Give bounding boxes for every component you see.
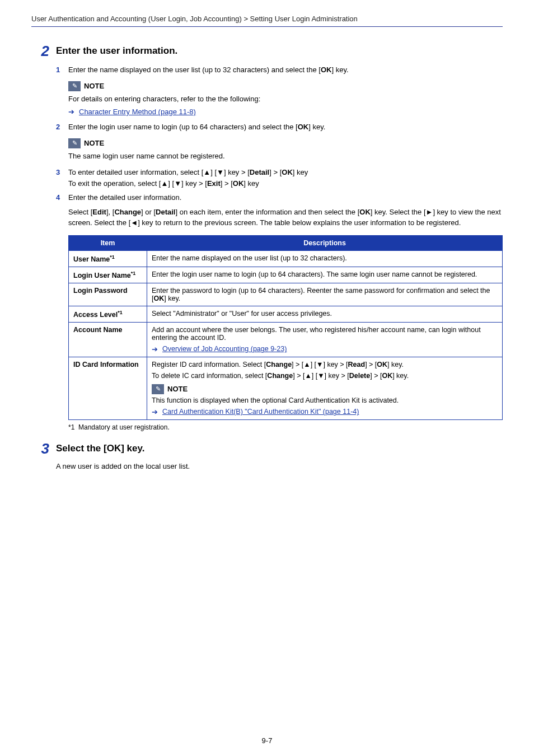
table-row: ID Card Information Register ID card inf… — [69, 357, 503, 419]
section-heading: Enter the user information. — [56, 43, 503, 57]
section-body: A new user is added on the local user li… — [56, 462, 503, 470]
para-intro: Select [Edit], [Change] or [Detail] on e… — [68, 207, 503, 228]
section-number: 2 — [31, 43, 56, 431]
breadcrumb: User Authentication and Accounting (User… — [31, 15, 503, 26]
link-card-auth-kit[interactable]: Card Authentication Kit(B) "Card Authent… — [162, 408, 359, 416]
table-row: Access Level*1 Select "Administrator" or… — [69, 306, 503, 322]
table-row: Account Name Add an account where the us… — [69, 322, 503, 357]
substep-1: 1 Enter the name displayed on the user l… — [56, 64, 503, 76]
note-icon: ✎ — [68, 138, 81, 148]
section-heading: Select the [OK] key. — [56, 440, 503, 454]
substep-4: 4 Enter the detailed user information. — [56, 192, 503, 203]
note-2: ✎ NOTE The same login user name cannot b… — [68, 138, 503, 162]
substep-2: 2 Enter the login user name to login (up… — [56, 122, 503, 133]
table-row: Login Password Enter the password to log… — [69, 283, 503, 306]
note-icon: ✎ — [152, 384, 164, 394]
table-row: Login User Name*1 Enter the login user n… — [69, 267, 503, 283]
th-item: Item — [69, 235, 147, 250]
link-job-accounting[interactable]: Overview of Job Accounting (page 9-23) — [162, 345, 287, 353]
arrow-icon: ➔ — [152, 408, 158, 416]
arrow-icon: ➔ — [68, 108, 74, 116]
table-footnote: *1 Mandatory at user registration. — [68, 423, 503, 431]
table-row: User Name*1 Enter the name displayed on … — [69, 250, 503, 267]
section-2: 2 Enter the user information. 1 Enter th… — [31, 43, 503, 431]
user-info-table: Item Descriptions User Name*1 Enter the … — [68, 235, 503, 420]
note-icon: ✎ — [68, 81, 81, 91]
page-number: 9-7 — [0, 736, 534, 745]
th-desc: Descriptions — [147, 235, 503, 250]
link-char-entry[interactable]: Character Entry Method (page 11-8) — [79, 108, 196, 116]
section-number: 3 — [31, 440, 56, 470]
substep-3: 3 To enter detailed user information, se… — [56, 167, 503, 189]
section-3: 3 Select the [OK] key. A new user is add… — [31, 440, 503, 470]
arrow-icon: ➔ — [152, 345, 158, 353]
note-1: ✎ NOTE For details on entering character… — [68, 81, 503, 116]
header-rule — [31, 26, 503, 27]
